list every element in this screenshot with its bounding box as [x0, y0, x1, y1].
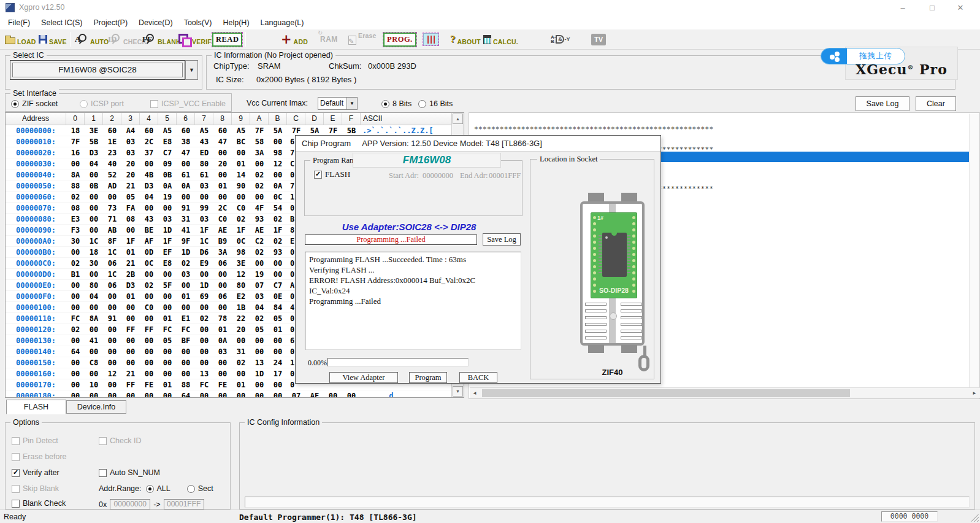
hex-byte[interactable]: A5 — [158, 126, 177, 135]
hex-byte[interactable]: E3 — [66, 215, 85, 223]
hex-byte[interactable]: 00 — [195, 270, 213, 279]
bits16-radio[interactable]: 16 Bits — [418, 99, 453, 108]
hex-byte[interactable]: 00 — [213, 193, 232, 201]
hex-byte[interactable]: 2C — [213, 204, 232, 212]
hex-byte[interactable]: 01 — [177, 292, 195, 301]
hex-byte[interactable]: C0 — [213, 215, 232, 223]
hex-byte[interactable]: 5A — [269, 126, 287, 135]
hex-byte[interactable]: 00 — [195, 303, 213, 312]
hex-byte[interactable]: 00 — [213, 303, 232, 312]
hex-byte[interactable]: 0A — [213, 336, 232, 345]
hex-byte[interactable]: 00 — [66, 281, 85, 290]
hex-byte[interactable]: 8A — [85, 314, 103, 323]
hex-byte[interactable]: 00 — [342, 392, 361, 398]
hex-byte[interactable]: FE — [140, 381, 158, 389]
hex-byte[interactable]: 00 — [140, 336, 158, 345]
hex-byte[interactable]: 0A — [158, 182, 177, 190]
hex-byte[interactable]: 00 — [213, 171, 232, 179]
verify-after-checkbox[interactable]: Verify after — [12, 468, 59, 477]
flash-checkbox[interactable]: FLASH — [314, 169, 350, 179]
hex-byte[interactable]: 03 — [213, 347, 232, 356]
hex-byte[interactable]: 08 — [66, 204, 85, 212]
sect-radio[interactable] — [187, 485, 195, 493]
hex-byte[interactable]: 1C — [85, 237, 103, 246]
hex-byte[interactable]: 00 — [85, 392, 103, 398]
hex-byte[interactable]: 7F — [66, 138, 85, 146]
hex-byte[interactable]: 31 — [232, 347, 250, 356]
hex-byte[interactable]: 80 — [85, 281, 103, 290]
hex-byte[interactable]: AB — [103, 226, 121, 234]
hex-byte[interactable]: 02 — [66, 193, 85, 201]
hex-byte[interactable]: 2C — [140, 138, 158, 146]
tv-button[interactable]: TV — [591, 30, 606, 48]
hex-byte[interactable]: 00 — [158, 270, 177, 279]
hex-byte[interactable]: 00 — [66, 160, 85, 168]
close-button[interactable]: ✕ — [950, 1, 971, 14]
select-ic-combo[interactable]: FM16W08 @SOIC28 — [10, 60, 185, 80]
hex-byte[interactable]: 00 — [232, 370, 250, 378]
hex-byte[interactable]: 00 — [103, 193, 121, 201]
hex-byte[interactable]: 00 — [213, 149, 232, 157]
hex-byte[interactable]: 30 — [66, 237, 85, 246]
hex-byte[interactable]: 7F — [287, 126, 305, 135]
hex-byte[interactable]: 01 — [121, 248, 140, 257]
hex-byte[interactable]: 91 — [177, 204, 195, 212]
range-to-field[interactable]: 00001FFF — [164, 499, 204, 509]
hex-byte[interactable]: 0C — [232, 237, 250, 246]
logic-test-button[interactable]: A-B-&-Y — [551, 30, 570, 48]
hex-byte[interactable]: 93 — [250, 215, 269, 223]
hex-byte[interactable]: C7 — [269, 281, 287, 290]
hex-byte[interactable]: 00 — [85, 226, 103, 234]
hex-row[interactable]: 00000180:00000000000064000000000007AE000… — [6, 390, 452, 398]
hex-byte[interactable]: 52 — [103, 171, 121, 179]
hex-byte[interactable]: 00 — [269, 392, 287, 398]
hex-byte[interactable]: 01 — [158, 381, 177, 389]
maximize-button[interactable]: □ — [922, 1, 943, 14]
program-button[interactable]: Program — [409, 372, 447, 383]
menu-item-filef[interactable]: File(F) — [2, 18, 36, 27]
hex-byte[interactable]: 1D — [158, 226, 177, 234]
dialog-save-log-button[interactable]: Save Log — [483, 233, 521, 246]
hex-byte[interactable]: 00 — [213, 270, 232, 279]
chevron-down-icon[interactable]: ▼ — [347, 97, 358, 110]
hex-byte[interactable]: 04 — [85, 292, 103, 301]
hex-byte[interactable]: 0B — [158, 171, 177, 179]
hex-byte[interactable]: 00 — [66, 303, 85, 312]
hex-byte[interactable]: 00 — [85, 215, 103, 223]
hex-byte[interactable]: AE — [250, 226, 269, 234]
hex-byte[interactable]: E8 — [158, 138, 177, 146]
hex-byte[interactable]: 20 — [213, 160, 232, 168]
dialog-log-area[interactable]: Programming FLASH ...Succeeded. Time : 6… — [305, 252, 521, 350]
log-vertical-scrollbar[interactable] — [969, 114, 979, 389]
hex-byte[interactable]: 06 — [103, 281, 121, 290]
hex-byte[interactable]: 00 — [250, 259, 269, 268]
hex-byte[interactable]: 00 — [195, 392, 213, 398]
hex-byte[interactable]: 03 — [121, 149, 140, 157]
hex-byte[interactable]: 00 — [121, 303, 140, 312]
log-horizontal-scrollbar[interactable]: ◄ ► — [470, 387, 980, 398]
hex-byte[interactable]: 06 — [103, 259, 121, 268]
hex-byte[interactable]: 00 — [177, 347, 195, 356]
hex-byte[interactable]: 02 — [250, 182, 269, 190]
hex-byte[interactable]: FC — [66, 314, 85, 323]
clear-button[interactable]: Clear — [916, 96, 956, 111]
hex-byte[interactable]: 02 — [140, 281, 158, 290]
hex-byte[interactable]: 0C — [140, 259, 158, 268]
hex-byte[interactable]: 40 — [103, 160, 121, 168]
resize-grip[interactable] — [971, 514, 979, 522]
log-line[interactable]: ****************************************… — [474, 125, 713, 133]
hex-byte[interactable]: 02 — [269, 237, 287, 246]
hex-byte[interactable]: 00 — [269, 270, 287, 279]
tab-flash[interactable]: FLASH — [6, 400, 66, 414]
load-button[interactable]: LOAD — [5, 30, 36, 48]
menu-item-projectp[interactable]: Project(P) — [88, 18, 134, 27]
menu-item-toolsv[interactable]: Tools(V) — [178, 18, 218, 27]
scrollbar-thumb[interactable] — [482, 389, 850, 397]
hex-byte[interactable]: 00 — [121, 392, 140, 398]
hex-byte[interactable]: 1D — [177, 248, 195, 257]
hex-byte[interactable]: 00 — [66, 370, 85, 378]
hex-byte[interactable]: 5B — [342, 126, 361, 135]
hex-byte[interactable]: 88 — [66, 182, 85, 190]
hex-byte[interactable]: D3 — [85, 149, 103, 157]
hex-byte[interactable]: 4F — [250, 204, 269, 212]
